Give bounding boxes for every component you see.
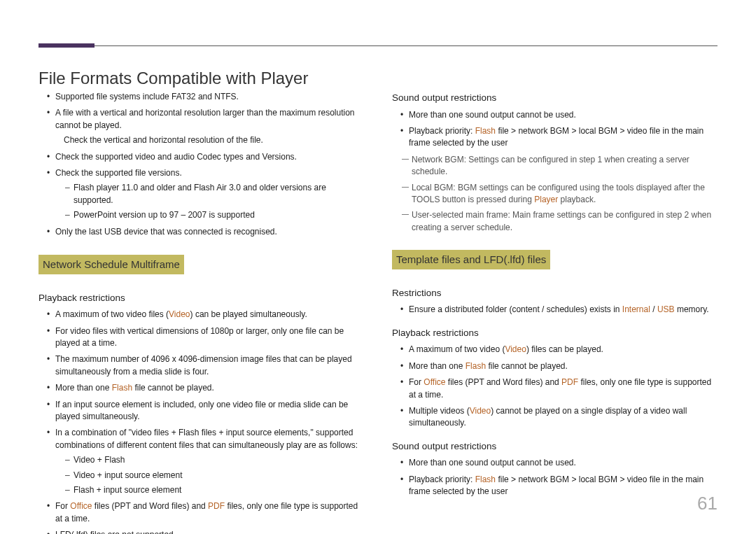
highlight-text: Video <box>505 344 526 354</box>
multiframe-playback-list: A maximum of two video files (Video) can… <box>38 309 364 534</box>
list-item: Playback priority: Flash file > network … <box>400 125 718 150</box>
template-sound-heading: Sound output restrictions <box>392 440 718 454</box>
list-item: For video files with vertical dimensions… <box>47 325 364 350</box>
list-item: Flash player 11.0 and older and Flash Ai… <box>65 182 364 206</box>
list-item: Check the supported file versions.Flash … <box>47 167 364 222</box>
list-item: A maximum of two video (Video) files can… <box>400 344 718 356</box>
template-restrictions-list: Ensure a distributed folder (content / s… <box>392 304 718 316</box>
list-item: User-selected main frame: Main frame set… <box>402 209 718 234</box>
sound-subnotes: Network BGM: Settings can be configured … <box>392 154 718 234</box>
highlight-text: Video <box>169 309 190 319</box>
list-item: LFD(.lfd) files are not supported. <box>47 529 364 534</box>
sub-list: Video + FlashVideo + input source elemen… <box>55 454 364 496</box>
list-item: More than one Flash file cannot be playe… <box>400 360 718 372</box>
list-item: Video + Flash <box>65 454 364 466</box>
list-item: In a combination of "video files + Flash… <box>47 427 364 496</box>
highlight-text: Flash <box>475 475 496 484</box>
list-item: More than one Flash file cannot be playe… <box>47 382 364 394</box>
highlight-text: USB <box>657 304 675 314</box>
playback-restrictions-heading: Playback restrictions <box>38 291 364 305</box>
list-item: For Office files (PPT and Word files) an… <box>400 377 718 401</box>
list-item: For Office files (PPT and Word files) an… <box>47 500 364 525</box>
page-number: 61 <box>697 493 718 514</box>
highlight-text: Player <box>534 195 558 204</box>
multiframe-heading: Network Schedule Multiframe <box>38 255 184 274</box>
template-sound-list: More than one sound output cannot be use… <box>392 457 718 498</box>
intro-list: Supported file systems include FAT32 and… <box>38 91 364 238</box>
highlight-text: Flash <box>112 383 132 393</box>
list-item: If an input source element is included, … <box>47 399 364 423</box>
list-item: Network BGM: Settings can be configured … <box>402 154 718 178</box>
list-item: Flash + input source element <box>65 484 364 496</box>
list-item: A file with a vertical and horizontal re… <box>47 107 364 132</box>
template-playback-heading: Playback restrictions <box>392 326 718 340</box>
page-title: File Formats Compatible with Player <box>38 69 308 88</box>
list-item: Supported file systems include FAT32 and… <box>47 91 364 103</box>
right-column: Sound output restrictions More than one … <box>392 91 718 485</box>
sound-output-heading: Sound output restrictions <box>392 91 718 105</box>
header-rule <box>38 45 718 46</box>
list-item: Local BGM: BGM settings can be configure… <box>402 182 718 206</box>
list-item: The maximum number of 4096 x 4096-dimens… <box>47 353 364 378</box>
template-restrictions-heading: Restrictions <box>392 286 718 300</box>
content-columns: Supported file systems include FAT32 and… <box>38 91 718 485</box>
template-heading: Template files and LFD(.lfd) files <box>392 250 550 269</box>
list-item: PowerPoint version up to 97 – 2007 is su… <box>65 209 364 221</box>
list-item: More than one sound output cannot be use… <box>400 109 718 121</box>
list-item: Video + input source element <box>65 470 364 482</box>
highlight-text: Office <box>70 501 92 511</box>
sub-list: Flash player 11.0 and older and Flash Ai… <box>55 182 364 221</box>
list-item: Multiple videos (Video) cannot be played… <box>400 405 718 430</box>
list-item: Check the supported video and audio Code… <box>47 151 364 163</box>
highlight-text: PDF <box>561 377 578 387</box>
list-item: Only the last USB device that was connec… <box>47 226 364 238</box>
template-playback-list: A maximum of two video (Video) files can… <box>392 344 718 429</box>
highlight-text: PDF <box>208 501 225 511</box>
highlight-text: Flash <box>465 361 486 371</box>
list-item: A maximum of two video files (Video) can… <box>47 309 364 321</box>
highlight-text: Internal <box>622 304 650 314</box>
highlight-text: Flash <box>475 126 496 136</box>
header-accent <box>38 43 94 48</box>
list-item: Ensure a distributed folder (content / s… <box>400 304 718 316</box>
note-text: Check the vertical and horizontal resolu… <box>47 134 364 146</box>
list-item: Playback priority: Flash file > network … <box>400 474 718 498</box>
sound-output-list: More than one sound output cannot be use… <box>392 109 718 150</box>
list-item: More than one sound output cannot be use… <box>400 457 718 469</box>
left-column: Supported file systems include FAT32 and… <box>38 91 364 485</box>
highlight-text: Office <box>424 377 445 387</box>
highlight-text: Video <box>470 406 491 416</box>
